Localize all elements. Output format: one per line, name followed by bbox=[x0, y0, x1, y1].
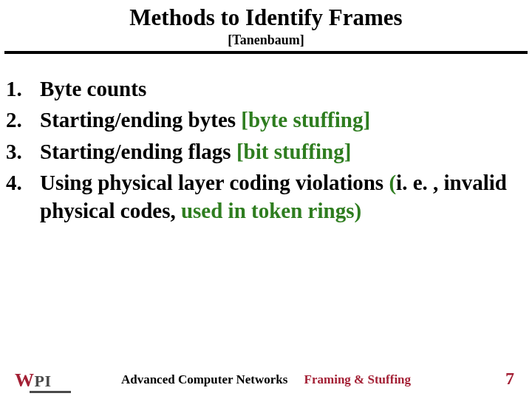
list-text-main: Using physical layer coding violations bbox=[40, 171, 389, 194]
list-text: Starting/ending bytes [byte stuffing] bbox=[40, 106, 526, 134]
list-text-main: Starting/ending flags bbox=[40, 140, 236, 163]
list-text: Using physical layer coding violations (… bbox=[40, 168, 526, 225]
slide-header: Methods to Identify Frames [Tanenbaum] bbox=[0, 0, 532, 48]
divider bbox=[4, 51, 528, 54]
list-text: Starting/ending flags [bit stuffing] bbox=[40, 137, 526, 166]
list-text-main: Starting/ending bytes bbox=[40, 108, 241, 132]
list-text: Byte counts bbox=[40, 75, 526, 103]
slide-subtitle: [Tanenbaum] bbox=[0, 33, 532, 48]
list-number: 3. bbox=[6, 137, 40, 166]
list-number: 2. bbox=[6, 106, 40, 134]
footer-course: Advanced Computer Networks bbox=[121, 372, 287, 386]
methods-list: 1. Byte counts 2. Starting/ending bytes … bbox=[6, 75, 526, 225]
paren-close: ) bbox=[354, 199, 361, 222]
list-text-note: [bit stuffing] bbox=[236, 140, 351, 163]
list-item: 2. Starting/ending bytes [byte stuffing] bbox=[6, 106, 526, 134]
list-text-note: [byte stuffing] bbox=[241, 108, 370, 132]
paren-open: ( bbox=[389, 171, 396, 194]
slide-footer: WPI Advanced Computer Networks Framing &… bbox=[0, 362, 532, 392]
list-item: 4. Using physical layer coding violation… bbox=[6, 168, 526, 225]
list-number: 4. bbox=[6, 168, 40, 225]
page-number: 7 bbox=[505, 369, 514, 389]
list-number: 1. bbox=[6, 75, 40, 103]
footer-text: Advanced Computer Networks Framing & Stu… bbox=[0, 372, 532, 387]
footer-topic: Framing & Stuffing bbox=[304, 372, 412, 386]
slide-title: Methods to Identify Frames bbox=[0, 4, 532, 31]
list-item: 1. Byte counts bbox=[6, 75, 526, 103]
list-item: 3. Starting/ending flags [bit stuffing] bbox=[6, 137, 526, 166]
list-text-note: used in token rings bbox=[181, 199, 354, 222]
logo-underline bbox=[30, 391, 71, 393]
